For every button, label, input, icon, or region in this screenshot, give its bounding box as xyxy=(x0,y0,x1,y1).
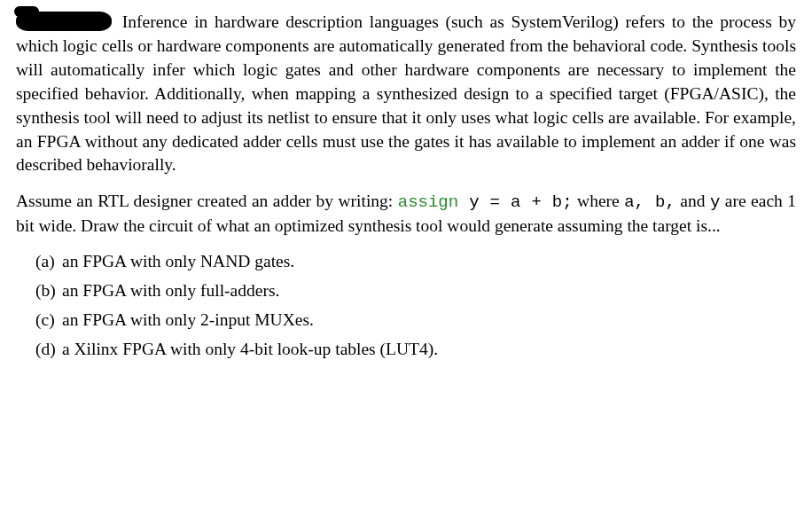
code-rest: y = a + b; xyxy=(458,192,572,212)
code-var-y: y xyxy=(710,192,720,212)
code-vars-ab: a, b, xyxy=(624,192,675,212)
redaction-mark xyxy=(16,12,112,31)
code-keyword: assign xyxy=(398,192,458,212)
item-text: an FPGA with only 2-input MUXes. xyxy=(62,310,314,329)
list-item: (a) an FPGA with only NAND gates. xyxy=(35,250,796,274)
intro-text: Inference in hardware description langua… xyxy=(16,12,796,174)
setup-pre: Assume an RTL designer created an adder … xyxy=(16,192,398,210)
setup-post2: and xyxy=(675,192,710,210)
item-marker: (d) xyxy=(35,338,56,362)
item-marker: (b) xyxy=(35,279,56,303)
setup-paragraph: Assume an RTL designer created an adder … xyxy=(16,190,796,238)
parts-list: (a) an FPGA with only NAND gates. (b) an… xyxy=(16,250,796,362)
list-item: (d) a Xilinx FPGA with only 4-bit look-u… xyxy=(35,338,796,362)
item-text: an FPGA with only full-adders. xyxy=(62,281,279,300)
item-text: an FPGA with only NAND gates. xyxy=(62,252,294,270)
list-item: (b) an FPGA with only full-adders. xyxy=(35,279,796,303)
item-marker: (a) xyxy=(35,250,55,274)
item-marker: (c) xyxy=(35,309,55,333)
setup-post1: where xyxy=(573,192,625,210)
intro-paragraph: Inference in hardware description langua… xyxy=(16,11,796,177)
list-item: (c) an FPGA with only 2-input MUXes. xyxy=(35,309,796,333)
item-text: a Xilinx FPGA with only 4-bit look-up ta… xyxy=(62,340,438,358)
